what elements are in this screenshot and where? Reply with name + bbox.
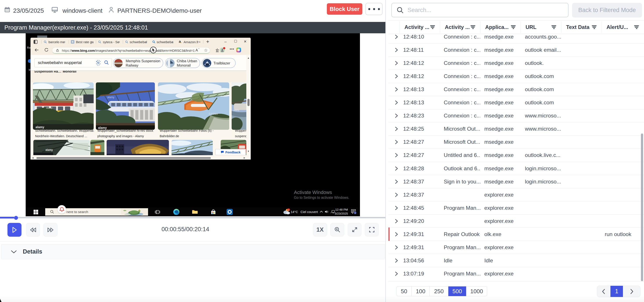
svg-text:1: 1: [354, 212, 356, 214]
svg-text:D.H.Dani: D.H.Dani: [209, 113, 218, 115]
svg-text:1: 1: [288, 209, 289, 211]
svg-text:alamy: alamy: [46, 148, 53, 151]
svg-text:alamy: alamy: [46, 106, 53, 109]
svg-text:alamy: alamy: [107, 96, 114, 99]
svg-text:alamy: alamy: [234, 109, 239, 111]
